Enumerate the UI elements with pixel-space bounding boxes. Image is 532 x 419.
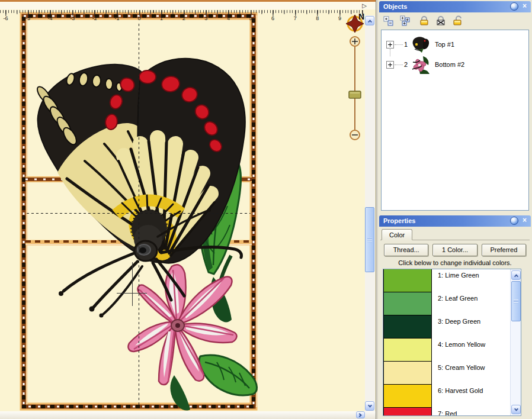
scroll-up-button[interactable] [511,270,521,280]
design-canvas[interactable]: ▷ [0,0,376,419]
objects-toolbar [380,13,530,28]
properties-tabs: Color [380,230,530,240]
properties-panel-title: Properties [383,217,415,224]
color-label: 4: Lemon Yellow [438,341,485,348]
help-icon[interactable] [510,217,518,225]
ruler-label: 4 [227,15,230,21]
expand-node-button[interactable] [386,41,394,49]
color-row[interactable]: 2: Leaf Green [383,292,521,315]
object-row[interactable]: 2 Bottom #2 [382,55,528,75]
ruler-label: 8 [316,15,319,21]
close-icon[interactable]: × [520,217,529,225]
thread-button[interactable]: Thread... [384,244,428,256]
embroidery-design[interactable] [35,59,257,411]
preferred-button[interactable]: Preferred [482,244,526,256]
ruler-label: -6 [3,15,8,21]
color-swatch[interactable] [383,384,432,408]
color-swatch[interactable] [383,292,432,315]
ruler-label: -3 [70,15,75,21]
ruler-label: 6 [271,15,274,21]
object-row[interactable]: 1 Top #1 [382,35,528,55]
color-list-scrollbar[interactable] [510,269,521,415]
chevron-down-icon [514,407,518,411]
embroidery-scene: N [0,0,376,419]
object-thumbnail[interactable] [411,55,431,78]
objects-list[interactable]: 1 Top #12 Bottom #2 [381,30,529,211]
color-row[interactable]: 5: Cream Yellow [383,362,521,385]
color-label: 6: Harvest Gold [438,387,483,394]
application-window: ▷ [0,0,532,419]
object-number: 2 [404,61,408,68]
ruler-label: 0 [137,15,140,21]
zoom-slider-handle[interactable] [349,91,361,98]
ruler-label: -2 [92,15,97,21]
color-label: 3: Deep Green [438,318,480,325]
close-icon[interactable]: × [520,2,529,11]
scroll-down-button[interactable] [511,405,521,414]
color-row[interactable]: 7: Red [383,408,521,416]
thumb-grip [514,299,518,304]
objects-panel-titlebar[interactable]: Objects × [379,1,531,12]
color-rows: 1: Lime Green2: Leaf Green3: Deep Green4… [383,269,521,416]
object-label: Bottom #2 [435,61,464,68]
ruler-label: 7 [294,15,297,21]
horizontal-ruler: -6-5-4-3-2-10123456789 [0,15,364,22]
zoom-out-button[interactable] [350,130,360,140]
canvas-vertical-scrollbar[interactable] [365,15,375,411]
ruler-label: 9 [338,15,341,21]
ruler-label: -4 [48,15,53,21]
color-swatch[interactable] [383,361,432,385]
canvas-horizontal-scrollbar[interactable] [0,411,376,419]
tree-connector [395,44,403,45]
tree-connector [395,65,403,65]
color-row[interactable]: 6: Harvest Gold [383,385,521,408]
object-number: 1 [404,41,408,48]
chevron-right-icon [358,412,362,417]
chevron-up-icon [514,274,518,278]
zoom-in-button[interactable] [350,37,360,46]
color-swatch[interactable] [383,407,432,416]
ruler-label: -5 [25,15,30,21]
color-label: 7: Red [438,410,457,416]
color-label: 2: Leaf Green [438,295,477,302]
color-swatch[interactable] [383,269,432,292]
object-thumbnail[interactable] [411,35,431,57]
color-instruction-text: Click below to change individual colors. [378,259,532,266]
side-panels: Objects × 1 [378,0,532,419]
chevron-up-icon [367,20,371,24]
help-icon[interactable] [510,2,518,11]
object-label: Top #1 [435,41,454,48]
scrollbar-thumb[interactable] [365,207,374,272]
color-buttons-row: Thread... 1 Color... Preferred [384,244,526,256]
expand-node-button[interactable] [386,61,394,69]
group-tree-icon[interactable] [399,15,411,27]
properties-panel-titlebar[interactable]: Properties × [379,215,531,227]
color-row[interactable]: 4: Lemon Yellow [383,339,521,362]
lock-open-icon[interactable] [451,15,463,27]
color-swatch[interactable] [383,338,432,362]
color-swatch[interactable] [383,315,432,339]
ruler-label: 5 [249,15,252,21]
color-label: 1: Lime Green [438,272,479,279]
zoom-slider[interactable] [349,37,361,140]
objects-panel-title: Objects [383,3,407,10]
one-color-button[interactable]: 1 Color... [432,244,477,256]
scroll-down-button[interactable] [365,401,374,411]
scroll-up-button[interactable] [365,16,374,25]
scrollbar-thumb[interactable] [511,281,521,321]
ruler-label: 1 [160,15,163,21]
tab-color[interactable]: Color [382,229,412,240]
ruler-label: -1 [114,15,119,21]
scroll-right-button[interactable] [356,411,365,418]
chevron-down-icon [367,403,371,407]
color-label: 5: Cream Yellow [438,364,485,371]
color-row[interactable]: 3: Deep Green [383,315,521,339]
lock-cross-icon[interactable] [435,15,447,27]
color-row[interactable]: 1: Lime Green [383,269,521,292]
object-thumbnail-flower [411,55,431,75]
expand-tree-icon[interactable] [383,15,395,27]
color-list[interactable]: 1: Lime Green2: Leaf Green3: Deep Green4… [383,269,521,416]
object-thumbnail-butterfly [411,35,431,55]
ruler-label: 2 [182,15,185,21]
lock-closed-icon[interactable] [418,15,430,27]
